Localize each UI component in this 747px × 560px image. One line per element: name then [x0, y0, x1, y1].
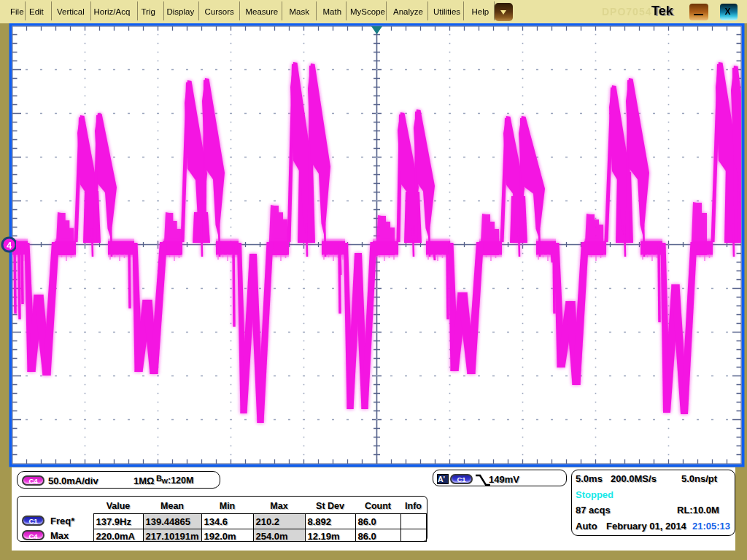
- svg-text:4: 4: [7, 240, 12, 251]
